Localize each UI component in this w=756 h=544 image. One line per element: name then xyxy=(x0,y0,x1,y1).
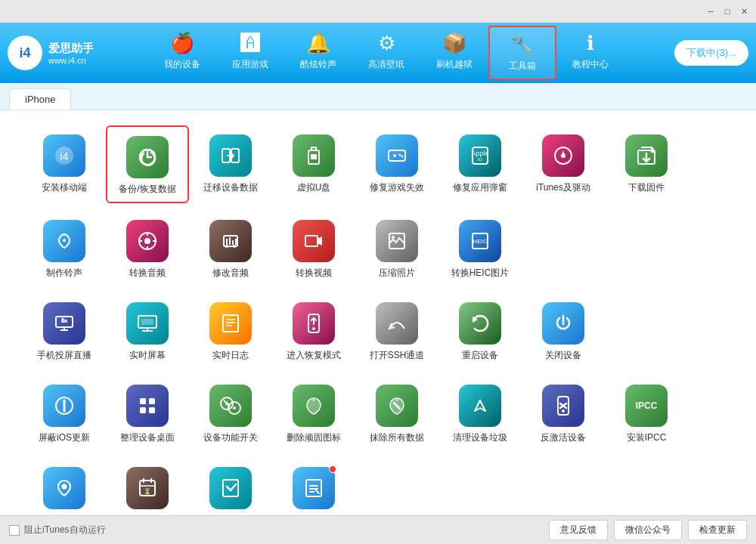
screen-cast-label: 手机投屏直播 xyxy=(37,349,91,362)
backup-restore-icon xyxy=(126,136,169,178)
tool-item-download-firmware[interactable]: 下载固件 xyxy=(605,125,688,203)
toolbox-label: 工具箱 xyxy=(509,60,536,73)
svg-line-50 xyxy=(224,400,230,406)
block-ios-update-icon xyxy=(43,385,85,427)
svg-point-56 xyxy=(62,484,67,490)
fix-app-label: 修复应用弹窗 xyxy=(453,181,507,194)
tool-item-install-ipcc[interactable]: IPCC安装IPCC xyxy=(605,376,688,450)
itunes-driver-label: iTunes及驱动 xyxy=(536,181,590,194)
tool-item-convert-video[interactable]: 转换视频 xyxy=(272,211,355,286)
tools-row-2: 手机投屏直播实时屏幕实时日志进入恢复模式打开SSH通道重启设备关闭设备 xyxy=(23,293,605,368)
compress-photo-label: 压缩照片 xyxy=(379,267,415,280)
tool-item-backup-guide[interactable]: 备份引导区数据 xyxy=(272,458,355,515)
backup-guide-icon xyxy=(293,467,335,509)
make-ringtone-icon xyxy=(43,220,85,262)
tools-grid: i4安装移动端备份/恢复数据迁移设备数据虚拟U盘修复游戏失效AppleID修复应… xyxy=(23,125,733,515)
tool-item-skip-setup[interactable]: 跳过设置向导 xyxy=(189,458,272,515)
tool-item-realtime-screen[interactable]: 实时屏幕 xyxy=(106,293,189,368)
nav-item-my-device[interactable]: 🍎我的设备 xyxy=(148,26,216,80)
nav-item-jailbreak[interactable]: 📦刷机越狱 xyxy=(420,26,488,80)
recovery-mode-label: 进入恢复模式 xyxy=(287,349,341,362)
tool-item-device-func-switch[interactable]: 设备功能开关 xyxy=(189,376,272,450)
fake-location-icon xyxy=(43,467,85,509)
ringtone-label: 酷炫铃声 xyxy=(300,58,336,71)
device-func-switch-label: 设备功能开关 xyxy=(203,431,258,444)
svg-rect-43 xyxy=(149,398,155,404)
tool-item-clean-junk[interactable]: 清理设备垃圾 xyxy=(438,376,522,450)
svg-text:Apple: Apple xyxy=(471,150,488,157)
tool-item-remove-icon[interactable]: 删除顽固图标 xyxy=(272,376,355,450)
ringtone-icon: 🔔 xyxy=(306,32,330,55)
tab-iphone[interactable]: iPhone xyxy=(9,88,71,110)
tool-item-fix-app[interactable]: AppleID修复应用弹窗 xyxy=(438,125,522,203)
migrate-data-label: 迁移设备数据 xyxy=(203,181,258,194)
break-time-limit-icon: ⏳ xyxy=(126,467,169,509)
app-url: www.i4.cn xyxy=(48,56,94,65)
tool-item-migrate-data[interactable]: 迁移设备数据 xyxy=(189,125,272,203)
tool-item-make-ringtone[interactable]: 制作铃声 xyxy=(23,211,106,286)
maximize-button[interactable]: □ xyxy=(721,5,733,17)
tool-item-backup-restore[interactable]: 备份/恢复数据 xyxy=(106,125,189,203)
footer-left: 阻止iTunes自动运行 xyxy=(9,524,106,536)
nav-item-app-game[interactable]: 🅰应用游戏 xyxy=(216,26,284,80)
tool-item-shutdown-device[interactable]: 关闭设备 xyxy=(522,293,605,368)
wechat-btn[interactable]: 微信公众号 xyxy=(614,520,682,540)
tool-item-organize-desktop[interactable]: 整理设备桌面 xyxy=(106,376,189,450)
download-firmware-icon xyxy=(625,134,668,177)
minimize-button[interactable]: ─ xyxy=(705,5,717,17)
svg-point-23 xyxy=(225,245,228,248)
shutdown-device-icon xyxy=(542,302,584,345)
tool-item-fake-location[interactable]: 虚拟定位 xyxy=(23,458,106,515)
reboot-device-label: 重启设备 xyxy=(462,349,498,362)
tool-item-convert-audio[interactable]: 转换音频 xyxy=(106,211,189,286)
screen-cast-icon xyxy=(43,302,85,345)
backup-guide-label: 备份引导区数据 xyxy=(282,514,345,515)
tool-item-block-ios-update[interactable]: 屏蔽iOS更新 xyxy=(23,376,106,450)
tool-item-edit-audio[interactable]: 修改音频 xyxy=(189,211,272,286)
tool-item-compress-photo[interactable]: 压缩照片 xyxy=(355,211,438,286)
tool-item-break-time-limit[interactable]: ⏳破解时间限额 xyxy=(106,458,189,515)
device-func-switch-icon xyxy=(209,385,252,427)
tool-item-convert-heic[interactable]: HEIC转换HEIC图片 xyxy=(438,211,522,286)
tool-item-realtime-log[interactable]: 实时日志 xyxy=(189,293,272,368)
jailbreak-icon: 📦 xyxy=(442,32,466,55)
feedback-btn[interactable]: 意见反馈 xyxy=(549,520,608,540)
shutdown-device-label: 关闭设备 xyxy=(545,349,581,362)
check-update-btn[interactable]: 检查更新 xyxy=(688,520,747,540)
nav-item-tutorial[interactable]: ℹ教程中心 xyxy=(556,26,624,80)
tool-item-screen-cast[interactable]: 手机投屏直播 xyxy=(23,293,106,368)
tool-item-open-ssh[interactable]: 打开SSH通道 xyxy=(355,293,438,368)
tool-item-recovery-mode[interactable]: 进入恢复模式 xyxy=(272,293,355,368)
svg-point-12 xyxy=(401,156,404,158)
reboot-device-icon xyxy=(459,302,501,345)
nav-item-wallpaper[interactable]: ⚙高清壁纸 xyxy=(352,26,420,80)
edit-audio-label: 修改音频 xyxy=(212,267,249,280)
svg-text:ID: ID xyxy=(478,157,483,162)
tool-item-install-app[interactable]: i4安装移动端 xyxy=(23,125,106,203)
deactivate-icon xyxy=(542,385,584,427)
tool-item-deactivate[interactable]: 反激活设备 xyxy=(522,376,605,450)
itunes-label: 阻止iTunes自动运行 xyxy=(24,524,106,536)
jailbreak-label: 刷机越狱 xyxy=(436,58,472,71)
itunes-checkbox[interactable] xyxy=(9,525,20,536)
nav-item-toolbox[interactable]: 🔧工具箱 xyxy=(488,26,556,80)
tool-item-reboot-device[interactable]: 重启设备 xyxy=(438,293,522,368)
compress-photo-icon xyxy=(376,220,418,262)
tool-item-virtual-udisk[interactable]: 虚拟U盘 xyxy=(272,125,355,203)
convert-heic-label: 转换HEIC图片 xyxy=(451,267,510,280)
wallpaper-label: 高清壁纸 xyxy=(368,58,404,71)
close-button[interactable]: ✕ xyxy=(738,5,750,17)
nav-item-ringtone[interactable]: 🔔酷炫铃声 xyxy=(284,26,352,80)
tool-item-erase-all[interactable]: 抹除所有数据 xyxy=(355,376,438,450)
tool-item-itunes-driver[interactable]: iTunes及驱动 xyxy=(522,125,605,203)
edit-audio-icon xyxy=(209,220,252,262)
convert-audio-icon xyxy=(126,220,169,262)
realtime-screen-icon xyxy=(126,302,169,345)
tool-item-fix-game[interactable]: 修复游戏失效 xyxy=(355,125,438,203)
download-button[interactable]: 下载中(3)... xyxy=(674,40,748,66)
install-app-icon: i4 xyxy=(43,134,85,177)
my-device-icon: 🍎 xyxy=(170,32,194,55)
svg-point-24 xyxy=(233,245,236,248)
erase-all-label: 抹除所有数据 xyxy=(370,431,424,444)
convert-heic-icon: HEIC xyxy=(459,220,501,262)
